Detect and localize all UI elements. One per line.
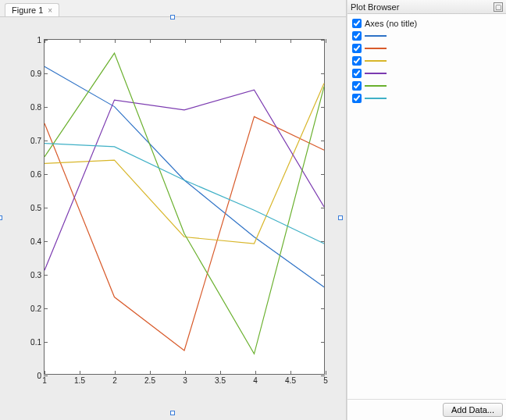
plot-browser-titlebar: Plot Browser ▢ bbox=[347, 0, 506, 14]
plot-browser-panel: Plot Browser ▢ Axes (no title) Add Data.… bbox=[347, 0, 506, 420]
series-visibility-checkbox[interactable] bbox=[352, 44, 362, 53]
undock-icon[interactable]: ▢ bbox=[494, 2, 503, 12]
axes-row[interactable]: Axes (no title) bbox=[352, 17, 501, 30]
y-tick-label: 0.8 bbox=[24, 103, 45, 112]
series-color-swatch bbox=[365, 60, 387, 62]
selection-handle[interactable] bbox=[338, 215, 343, 220]
plot-browser-list: Axes (no title) bbox=[347, 14, 506, 399]
y-tick-label: 0 bbox=[24, 372, 45, 380]
y-tick-label: 0.5 bbox=[24, 204, 45, 212]
x-tick-label: 5 bbox=[323, 374, 328, 385]
series-row[interactable] bbox=[352, 80, 501, 92]
series-color-swatch bbox=[365, 35, 387, 37]
series-color-swatch bbox=[365, 98, 387, 99]
y-tick-label: 0.6 bbox=[24, 170, 45, 179]
series-row[interactable] bbox=[352, 67, 501, 80]
series-row[interactable] bbox=[352, 42, 501, 55]
series-row[interactable] bbox=[352, 30, 501, 42]
x-tick-label: 2.5 bbox=[144, 374, 155, 385]
series-visibility-checkbox[interactable] bbox=[352, 56, 362, 66]
x-tick-label: 4 bbox=[253, 374, 258, 385]
selection-handle[interactable] bbox=[170, 411, 175, 415]
series-row[interactable] bbox=[352, 55, 501, 67]
add-data-label: Add Data... bbox=[451, 405, 494, 415]
y-tick-label: 0.7 bbox=[24, 137, 45, 145]
series-color-swatch bbox=[365, 85, 387, 87]
x-tick-label: 3.5 bbox=[215, 374, 226, 385]
axes-visibility-checkbox[interactable] bbox=[352, 19, 362, 28]
selection-handle[interactable] bbox=[170, 15, 175, 20]
series-visibility-checkbox[interactable] bbox=[352, 81, 362, 91]
y-tick-label: 0.4 bbox=[24, 237, 45, 246]
y-tick-label: 0.2 bbox=[24, 304, 45, 313]
series-visibility-checkbox[interactable] bbox=[352, 94, 362, 103]
x-tick-label: 3 bbox=[183, 374, 187, 385]
add-data-button[interactable]: Add Data... bbox=[443, 403, 503, 417]
x-tick-label: 1 bbox=[42, 374, 47, 385]
series-visibility-checkbox[interactable] bbox=[352, 69, 362, 78]
x-tick-label: 1.5 bbox=[74, 374, 85, 385]
y-tick-label: 0.3 bbox=[24, 271, 45, 279]
y-tick-label: 0.9 bbox=[24, 69, 45, 78]
series-visibility-checkbox[interactable] bbox=[352, 31, 362, 41]
plot-browser-title: Plot Browser bbox=[351, 2, 399, 12]
y-tick-label: 1 bbox=[24, 36, 45, 44]
selection-handle[interactable] bbox=[0, 215, 2, 220]
x-tick-label: 2 bbox=[112, 374, 117, 385]
chart-lines bbox=[45, 40, 324, 374]
figure-tab-label: Figure 1 bbox=[12, 5, 43, 15]
plot-browser-footer: Add Data... bbox=[347, 399, 506, 420]
x-tick-label: 4.5 bbox=[285, 374, 296, 385]
series-color-swatch bbox=[365, 48, 387, 49]
figure-body[interactable]: 00.10.20.30.40.50.60.70.80.9111.522.533.… bbox=[0, 17, 346, 420]
close-icon[interactable]: × bbox=[48, 6, 52, 15]
axes[interactable]: 00.10.20.30.40.50.60.70.80.9111.522.533.… bbox=[44, 39, 325, 375]
series-color-swatch bbox=[365, 73, 387, 74]
series-row[interactable] bbox=[352, 92, 501, 105]
y-tick-label: 0.1 bbox=[24, 338, 45, 347]
figure-tab[interactable]: Figure 1 × bbox=[5, 3, 59, 16]
axes-row-label: Axes (no title) bbox=[365, 19, 417, 28]
figure-pane: Figure 1 × 00.10.20.30.40.50.60.70.80.91… bbox=[0, 0, 347, 420]
